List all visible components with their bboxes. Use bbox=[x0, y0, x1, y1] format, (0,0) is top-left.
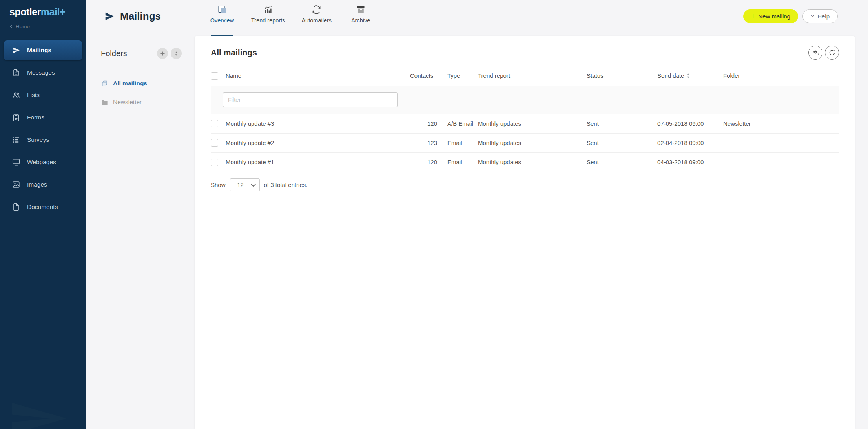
pages-icon bbox=[217, 4, 228, 15]
back-home-link[interactable]: Home bbox=[9, 24, 86, 29]
sort-indicator-icon bbox=[686, 73, 690, 79]
brand-logo: spotlermail+ bbox=[0, 0, 86, 18]
row-checkbox[interactable] bbox=[211, 120, 218, 127]
sidebar-item-mailings[interactable]: Mailings bbox=[4, 40, 82, 60]
help-button[interactable]: ? Help bbox=[802, 9, 838, 23]
sidebar-item-label: Webpages bbox=[27, 159, 56, 166]
poll-icon bbox=[12, 136, 20, 144]
monitor-icon bbox=[12, 158, 20, 167]
select-all-checkbox[interactable] bbox=[211, 72, 218, 80]
help-label: Help bbox=[817, 13, 830, 20]
cell-folder bbox=[723, 133, 839, 152]
row-checkbox[interactable] bbox=[211, 159, 218, 166]
column-header-folder[interactable]: Folder bbox=[723, 66, 839, 86]
cell-send-date: 04-03-2018 09:00 bbox=[657, 152, 723, 172]
sort-folders-button[interactable] bbox=[171, 48, 182, 59]
new-mailing-button[interactable]: + New mailing bbox=[743, 9, 798, 23]
back-home-label: Home bbox=[16, 24, 30, 29]
spotlermail-app: { "brand": { "logo_primary": "spotler", … bbox=[0, 0, 868, 429]
folders-buttons bbox=[157, 48, 182, 59]
tab-trend-reports[interactable]: Trend reports bbox=[250, 0, 287, 36]
table-row[interactable]: Monthly update #2 123 Email Monthly upda… bbox=[211, 133, 839, 152]
tab-overview[interactable]: Overview bbox=[208, 0, 236, 36]
question-icon: ? bbox=[811, 13, 814, 20]
page-title-group: Mailings bbox=[104, 10, 161, 22]
tab-label: Archive bbox=[351, 17, 370, 24]
cell-type: Email bbox=[447, 152, 478, 172]
brand-logo-secondary: mail+ bbox=[41, 6, 65, 17]
name-filter-input[interactable] bbox=[223, 92, 398, 107]
folders-panel: Folders All mailings Newsletter bbox=[86, 36, 195, 429]
cell-status: Sent bbox=[587, 114, 657, 133]
folders-title: Folders bbox=[101, 49, 127, 58]
card-header-buttons bbox=[808, 46, 839, 60]
sidebar-item-forms[interactable]: Forms bbox=[4, 108, 82, 127]
pages-icon bbox=[101, 80, 108, 87]
sidebar-item-label: Forms bbox=[27, 114, 44, 121]
sidebar-item-images[interactable]: Images bbox=[4, 175, 82, 194]
new-mailing-label: New mailing bbox=[758, 13, 790, 20]
cell-name: Monthly update #1 bbox=[226, 152, 410, 172]
sidebar-item-messages[interactable]: Messages bbox=[4, 63, 82, 82]
column-header-name[interactable]: Name bbox=[226, 66, 410, 86]
column-header-send-date[interactable]: Send date bbox=[657, 66, 723, 86]
document-icon bbox=[12, 203, 20, 211]
page-title: Mailings bbox=[120, 10, 161, 22]
tab-automailers[interactable]: Automailers bbox=[300, 0, 334, 36]
sidebar-item-documents[interactable]: Documents bbox=[4, 197, 82, 217]
folder-icon bbox=[101, 99, 108, 106]
card-title: All mailings bbox=[211, 48, 257, 57]
refresh-icon bbox=[828, 49, 836, 57]
column-header-send-date-label: Send date bbox=[657, 72, 684, 79]
tab-label: Trend reports bbox=[251, 17, 285, 24]
sidebar-item-webpages[interactable]: Webpages bbox=[4, 152, 82, 172]
cell-status: Sent bbox=[587, 152, 657, 172]
paper-plane-icon bbox=[12, 46, 20, 55]
column-header-contacts[interactable]: Contacts bbox=[410, 66, 447, 86]
column-header-status[interactable]: Status bbox=[587, 66, 657, 86]
tab-archive[interactable]: Archive bbox=[346, 0, 375, 36]
show-label: Show bbox=[211, 182, 226, 188]
tab-bar: Overview Trend reports Automailers Archi… bbox=[208, 0, 375, 36]
table-filter-row bbox=[211, 86, 839, 114]
folders-header: Folders bbox=[101, 48, 191, 59]
cell-send-date: 02-04-2018 09:00 bbox=[657, 133, 723, 152]
cell-contacts: 123 bbox=[410, 133, 447, 152]
top-bar: Mailings Overview Trend reports Automail… bbox=[86, 0, 868, 36]
archive-box-icon bbox=[356, 4, 366, 15]
sidebar: spotlermail+ Home Mailings Messages List… bbox=[0, 0, 86, 429]
table-row[interactable]: Monthly update #1 120 Email Monthly upda… bbox=[211, 152, 839, 172]
header-actions: + New mailing ? Help bbox=[743, 9, 838, 23]
gear-icon bbox=[811, 49, 820, 57]
cell-name: Monthly update #2 bbox=[226, 133, 410, 152]
image-icon bbox=[12, 180, 20, 189]
sidebar-item-lists[interactable]: Lists bbox=[4, 85, 82, 105]
folder-item-label: All mailings bbox=[113, 80, 147, 87]
cell-status: Sent bbox=[587, 133, 657, 152]
cell-contacts: 120 bbox=[410, 152, 447, 172]
cell-type: Email bbox=[447, 133, 478, 152]
clipboard-icon bbox=[12, 113, 20, 122]
sidebar-item-label: Images bbox=[27, 181, 47, 188]
cell-contacts: 120 bbox=[410, 114, 447, 133]
mailings-card: All mailings Name Contacts Type Trend re… bbox=[195, 36, 855, 429]
column-header-type[interactable]: Type bbox=[447, 66, 478, 86]
table-settings-button[interactable] bbox=[808, 46, 822, 60]
folder-item-newsletter[interactable]: Newsletter bbox=[101, 93, 191, 112]
add-folder-button[interactable] bbox=[157, 48, 168, 59]
paper-plane-watermark-icon bbox=[5, 397, 72, 429]
page-size-select[interactable]: 12 bbox=[230, 178, 260, 191]
cell-name: Monthly update #3 bbox=[226, 114, 410, 133]
row-checkbox[interactable] bbox=[211, 139, 218, 147]
sidebar-item-surveys[interactable]: Surveys bbox=[4, 130, 82, 150]
plus-icon bbox=[160, 51, 166, 57]
column-header-trend-report[interactable]: Trend report bbox=[478, 66, 587, 86]
sidebar-item-label: Surveys bbox=[27, 136, 49, 143]
folder-item-all-mailings[interactable]: All mailings bbox=[101, 74, 191, 93]
plus-icon: + bbox=[751, 12, 755, 20]
refresh-button[interactable] bbox=[825, 46, 839, 60]
sync-icon bbox=[311, 4, 322, 15]
tab-label: Automailers bbox=[302, 17, 332, 24]
table-row[interactable]: Monthly update #3 120 A/B Email Monthly … bbox=[211, 114, 839, 133]
cell-trend-report: Monthly updates bbox=[478, 133, 587, 152]
